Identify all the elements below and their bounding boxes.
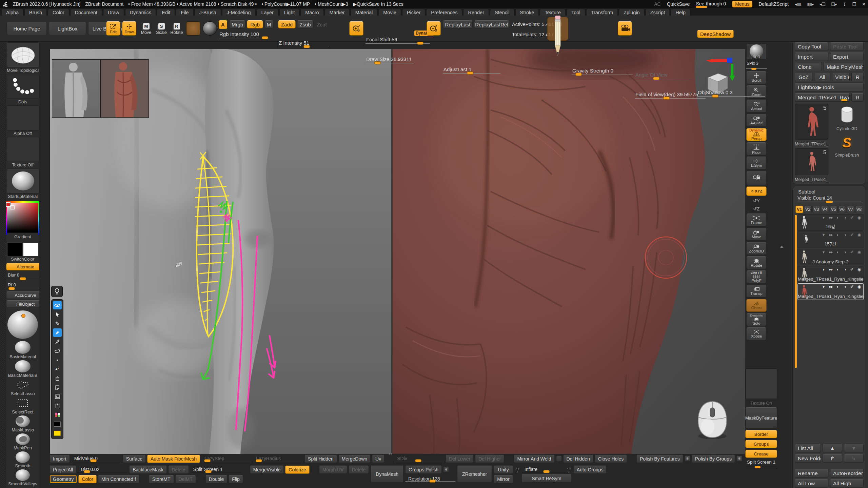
bottom-button[interactable]: Colorize (285, 466, 309, 474)
bottom-button[interactable] (556, 456, 562, 462)
obj-shadow-slider[interactable]: ObjShadow 0.3 (697, 89, 765, 98)
subtool-view-tab[interactable]: V2 (804, 206, 812, 213)
menu-item[interactable]: Color (48, 9, 69, 16)
bottom-button[interactable]: ✱ (736, 456, 742, 462)
zoom-3d-button[interactable]: Zoom3D (746, 242, 767, 255)
bottom-button[interactable]: Min Connected f (98, 475, 139, 483)
current-alpha[interactable]: Alpha Off (7, 105, 39, 136)
smooth-valleys-brush[interactable]: SmoothValleys (7, 469, 39, 486)
brush-thumbnail[interactable] (7, 42, 39, 67)
copy-tool-button[interactable]: Copy Tool (795, 42, 828, 51)
active-tool-name-button[interactable]: Merged_TPose1_Ryan_Kingsli (795, 93, 850, 102)
color-picker[interactable]: Gradient (7, 203, 39, 239)
annotation-size-dot[interactable]: ● (53, 356, 62, 364)
menu-item[interactable]: Edit (157, 9, 175, 16)
subtool-move-in-button[interactable]: ↳ (844, 454, 864, 463)
menu-item[interactable]: Layer (257, 9, 278, 16)
subtool-item[interactable]: ▾●●◐◑✐◉ 16강 (797, 214, 864, 231)
goz-visible-button[interactable]: Visible (832, 73, 850, 81)
camera-button[interactable] (618, 21, 632, 36)
menu-item[interactable]: Marker (325, 9, 350, 16)
menu-item[interactable]: J-Modeling (222, 9, 256, 16)
current-tool-thumbnail[interactable]: 5 (795, 104, 828, 140)
aa-half-button[interactable]: AAHalf (746, 114, 767, 127)
alpha-thumbnail[interactable] (7, 105, 39, 130)
rotate-3d-button[interactable]: Rotate (746, 256, 767, 269)
dynamesh-button[interactable]: DynaMesh (371, 466, 403, 483)
menu-item[interactable]: Alpha (1, 9, 23, 16)
mirror-button[interactable]: Mirror (494, 475, 513, 483)
annotation-visibility-button[interactable] (53, 301, 62, 309)
subtool-move-out-button[interactable]: ↱ (823, 454, 842, 463)
main-color-swatch[interactable] (7, 243, 22, 256)
dock-left-icon[interactable]: ◂‖‖‖ (795, 2, 801, 7)
second-tool-thumbnail[interactable]: 5 (795, 148, 828, 175)
replay-last-rel-button[interactable]: ReplayLastRel (474, 20, 509, 28)
menu-item[interactable]: Movie (378, 9, 401, 16)
new-folder-button[interactable]: New Folder (795, 454, 821, 463)
bottom-button[interactable]: LazyStep (201, 455, 252, 462)
bottom-button[interactable]: MidValue 0 (71, 455, 121, 462)
texture-thumbnail[interactable] (7, 137, 39, 162)
current-alpha-swatch[interactable] (186, 21, 200, 36)
subtool-list-empty-area[interactable] (797, 301, 864, 442)
goz-button[interactable]: GoZ (795, 73, 812, 81)
3d-scene[interactable] (50, 49, 745, 454)
rotate-button[interactable]: RRotate (170, 23, 183, 35)
zcut-button[interactable]: Zcut (315, 20, 329, 28)
viewport-split-line[interactable] (391, 49, 393, 454)
subtool-view-tab[interactable]: V7 (847, 206, 854, 213)
draw-size-slider[interactable]: Draw Size 36.93311 (366, 56, 414, 64)
bottom-button[interactable]: Delete (349, 466, 369, 474)
focal-shift-slider[interactable]: Focal Shift 59 (366, 36, 430, 45)
resolution-slider[interactable]: Resolution 128 (405, 475, 455, 483)
annotation-undo-button[interactable]: ↶ (53, 365, 62, 373)
subtool-view-tab[interactable]: V1 (795, 206, 803, 213)
tool-r-button[interactable]: R (851, 93, 864, 102)
bottom-button[interactable]: Color (78, 475, 96, 483)
mask-by-feature-button[interactable]: MaskByFeature (745, 407, 777, 428)
lightbox-button[interactable]: LightBox (49, 22, 86, 35)
lightbox-tools-button[interactable]: Lightbox▶Tools (795, 83, 864, 92)
select-rect[interactable]: SelectRect (7, 397, 39, 414)
bottom-button[interactable]: Del Higher (475, 455, 504, 463)
dock-right-icon[interactable]: ‖‖‖▸ (807, 2, 814, 7)
menu-item[interactable]: Document (70, 9, 102, 16)
rf-slider[interactable]: Rf 0 (7, 281, 38, 290)
groups-polish-toggle[interactable]: ✱ (443, 467, 449, 472)
menu-item[interactable]: Stroke (515, 9, 539, 16)
subtool-view-tab[interactable]: V3 (812, 206, 820, 213)
subtool-view-tab[interactable]: V8 (855, 206, 863, 213)
smart-resym-button[interactable]: Smart ReSym (521, 474, 572, 483)
bottom-button[interactable]: StoreMT (149, 475, 174, 483)
camera-lock-button[interactable] (746, 171, 767, 185)
split-screen-slider[interactable]: Split Screen 1 (745, 460, 777, 468)
annotation-color-palette[interactable] (53, 411, 62, 419)
bottom-button[interactable]: MergeVisible (250, 466, 284, 474)
bottom-button[interactable]: Polish By Groups (692, 455, 735, 463)
annotation-black-swatch[interactable] (53, 420, 62, 428)
basic-material-b[interactable]: BasicMaterialB (7, 360, 39, 378)
m-button[interactable]: M (264, 20, 273, 28)
color-sphere[interactable] (7, 310, 38, 339)
annotation-eraser-button[interactable] (53, 347, 62, 355)
current-material-sphere[interactable] (203, 21, 217, 36)
bottom-button[interactable]: Auto Mask FiberMesh (147, 455, 200, 463)
bottom-button[interactable]: Flip (229, 475, 243, 483)
subtool-item-selected[interactable]: ▾●●◐◑✐◉ Merged_TPose1_Ryan_Kingslie (797, 283, 864, 300)
menu-item[interactable]: Help (671, 9, 690, 16)
bottom-button[interactable]: Close Holes (595, 455, 627, 463)
ghost-button[interactable]: Ghost (746, 299, 767, 312)
annotation-whiteboard-button[interactable] (53, 402, 62, 410)
zadd-button[interactable]: Zadd (278, 20, 296, 28)
minimize-button[interactable]: ↧ (843, 2, 846, 7)
bottom-button[interactable]: Mirror And Weld (514, 455, 554, 463)
floor-button[interactable]: x y z Floor (746, 142, 767, 155)
edit-button[interactable]: Edit (106, 21, 120, 36)
bottom-button[interactable]: ✱ (685, 456, 690, 462)
zremesher-button[interactable]: ZRemesher (457, 466, 492, 483)
actual-size-button[interactable]: x1 Actual (746, 100, 767, 113)
rgb-intensity-slider[interactable]: Rgb Intensity 100 (219, 30, 271, 39)
mrgb-button[interactable]: Mrgb (229, 20, 245, 28)
menu-item[interactable]: Render (463, 9, 489, 16)
